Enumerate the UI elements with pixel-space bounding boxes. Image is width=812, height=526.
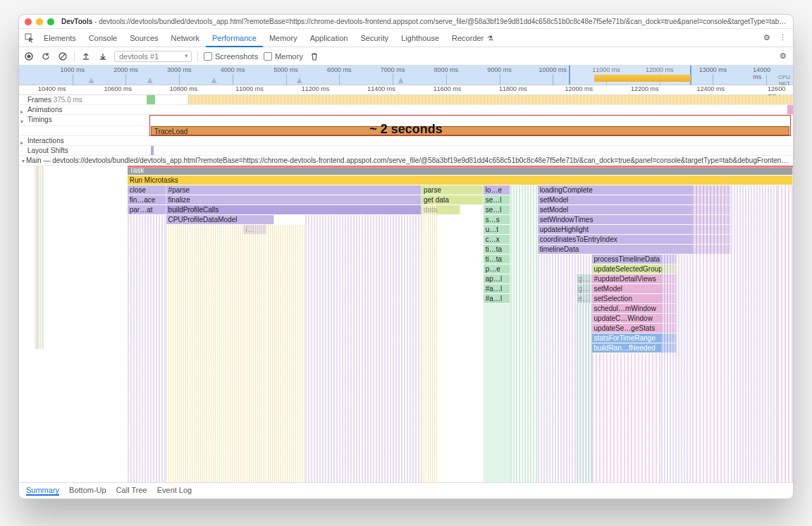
inspect-element-icon[interactable] — [22, 30, 37, 46]
flame-tail — [484, 304, 510, 482]
window-title: DevTools - devtools://devtools/bundled/d… — [61, 18, 787, 25]
main-thread-header[interactable]: ▾Main — devtools://devtools/bundled/devt… — [19, 156, 793, 166]
record-icon[interactable] — [23, 51, 35, 62]
flame-tail — [777, 185, 793, 482]
tab-call-tree[interactable]: Call Tree — [116, 486, 147, 496]
ruler-tick: 12200 ms — [631, 85, 659, 92]
reload-icon[interactable] — [40, 51, 51, 62]
annotation-text: ~ 2 seconds — [369, 122, 443, 137]
tab-security[interactable]: Security — [354, 29, 395, 47]
ruler-tick: 11600 ms — [433, 85, 462, 92]
flame-tail — [731, 185, 777, 482]
devtools-window: DevTools - devtools://devtools/bundled/d… — [18, 14, 794, 499]
ruler-tick: 11200 ms — [302, 85, 330, 92]
flame-bar[interactable]: get data — [422, 195, 484, 204]
ruler-tick: 12000 ms — [565, 85, 593, 92]
flame-bar[interactable]: ti…ta — [484, 255, 510, 264]
tab-memory[interactable]: Memory — [263, 29, 304, 47]
recording-selector[interactable]: devtools #1 — [114, 51, 192, 62]
flame-bar[interactable]: parse — [422, 185, 484, 195]
flame-tail — [592, 353, 662, 482]
flame-bar[interactable]: u…t — [484, 225, 510, 234]
flame-chart[interactable]: TaskRun Microtasksclose#parseparselo…elo… — [19, 166, 793, 482]
tab-sources[interactable]: Sources — [123, 29, 164, 47]
trash-icon[interactable] — [309, 51, 320, 62]
flame-bar[interactable]: p…e — [484, 264, 510, 274]
ruler-tick: 11400 ms — [367, 85, 395, 92]
flame-tail — [166, 225, 306, 482]
tab-application[interactable]: Application — [304, 29, 355, 47]
flame-bar[interactable]: fin…ace — [128, 195, 166, 204]
overview-tick: 2000 ms — [113, 66, 138, 73]
ruler-tick: 12400 ms — [696, 85, 725, 92]
interactions-track[interactable]: ▸Interactions — [19, 136, 793, 146]
download-icon[interactable] — [97, 51, 109, 62]
overview-tick: 3000 ms — [167, 66, 192, 73]
flame-tail — [305, 215, 422, 482]
minimize-window-button[interactable] — [36, 18, 43, 25]
tab-lighthouse[interactable]: Lighthouse — [395, 29, 445, 47]
flame-bar[interactable]: c…x — [484, 235, 510, 244]
flame-bar[interactable]: #a…l — [484, 294, 510, 303]
flame-bar[interactable]: lo…e — [484, 185, 510, 195]
svg-point-2 — [27, 54, 31, 58]
cpu-label: CPU — [778, 74, 790, 80]
flame-bar[interactable]: se…l — [484, 195, 510, 204]
upload-icon[interactable] — [80, 51, 92, 62]
flame-bar[interactable]: close — [128, 185, 166, 195]
overview-tick: 6000 ms — [327, 66, 352, 73]
overview-tick: 8000 ms — [434, 66, 459, 73]
tab-console[interactable]: Console — [82, 29, 123, 47]
flame-bar[interactable]: ti…ta — [484, 245, 510, 254]
ruler-tick: 11000 ms — [235, 85, 264, 92]
frames-track[interactable]: Frames 375.0 ms — [19, 95, 793, 105]
overview-tick: 4000 ms — [221, 66, 245, 73]
flame-tail — [692, 185, 731, 482]
overview-tick: 1000 ms — [60, 66, 85, 73]
flame-tail — [128, 215, 166, 482]
capture-settings-icon[interactable]: ⚙ — [777, 51, 789, 62]
traceload-bar[interactable]: TraceLoad — [151, 126, 789, 135]
zoom-window-button[interactable] — [47, 18, 54, 25]
flame-tail — [661, 255, 692, 482]
flame-bar[interactable]: finalize — [166, 195, 422, 204]
more-icon[interactable]: ⋮ — [775, 30, 790, 46]
ruler-tick: 10800 ms — [170, 85, 198, 92]
ruler-tick: 10600 ms — [104, 85, 132, 92]
flame-tail — [510, 185, 537, 482]
settings-icon[interactable]: ⚙ — [759, 30, 775, 46]
flame-bar[interactable]: par…at — [128, 205, 166, 214]
flame-bar[interactable]: #parse — [166, 185, 422, 195]
screenshots-checkbox[interactable]: Screenshots — [204, 52, 258, 61]
perf-toolbar: devtools #1 Screenshots Memory ⚙ — [19, 47, 793, 66]
overview-tick: 7000 ms — [381, 66, 405, 73]
tab-summary[interactable]: Summary — [26, 486, 59, 496]
tab-network[interactable]: Network — [165, 29, 206, 47]
overview-tick: 9000 ms — [487, 66, 512, 73]
beaker-icon: ⚗ — [485, 35, 493, 42]
tab-recorder[interactable]: Recorder ⚗ — [445, 29, 500, 47]
flame-tail — [577, 304, 592, 482]
tab-elements[interactable]: Elements — [37, 29, 82, 47]
flame-bar[interactable]: ap…l — [484, 274, 510, 283]
flame-bar[interactable]: buildProfileCalls — [166, 205, 422, 214]
clear-icon[interactable] — [57, 51, 68, 62]
tab-event-log[interactable]: Event Log — [157, 486, 192, 496]
detail-ruler[interactable]: 10400 ms10600 ms10800 ms11000 ms11200 ms… — [19, 85, 793, 95]
animations-track[interactable]: ▸Animations — [19, 105, 793, 115]
flame-bar[interactable]: Run Microtasks — [128, 176, 793, 185]
flame-bar[interactable]: #a…l — [484, 284, 510, 293]
flame-bar[interactable]: s…s — [484, 215, 510, 224]
layout-shifts-track[interactable]: Layout Shifts — [19, 146, 793, 156]
overview-tick: 13000 ms — [699, 66, 727, 73]
flame-bar[interactable]: CPUProfileDataModel — [166, 215, 275, 224]
memory-checkbox[interactable]: Memory — [264, 52, 303, 61]
ruler-tick: 10400 ms — [38, 85, 66, 92]
flame-bar[interactable]: se…l — [484, 205, 510, 214]
window-controls — [25, 18, 54, 25]
close-window-button[interactable] — [25, 18, 32, 25]
tab-performance[interactable]: Performance — [206, 29, 263, 47]
svg-line-4 — [61, 54, 66, 59]
overview-timeline[interactable]: CPU NET 1000 ms2000 ms3000 ms4000 ms5000… — [19, 66, 793, 85]
tab-bottom-up[interactable]: Bottom-Up — [69, 486, 106, 496]
